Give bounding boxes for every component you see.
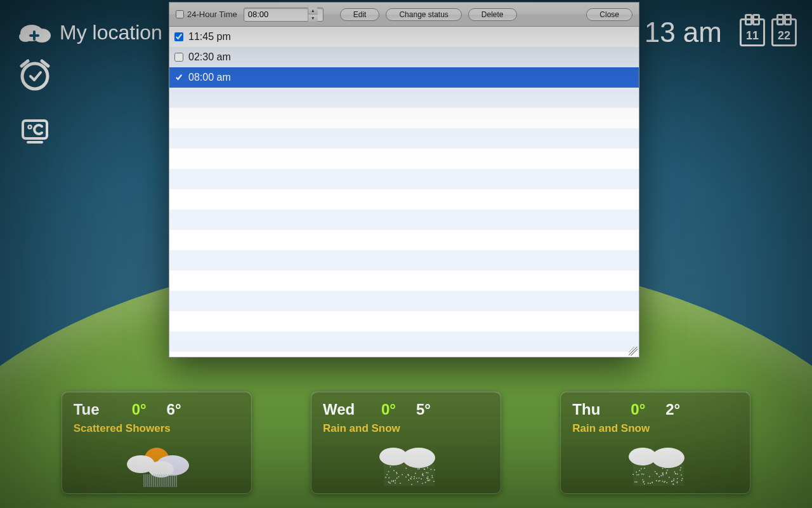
alarm-row[interactable]: 08:00 am xyxy=(169,67,639,88)
forecast-day: Wed xyxy=(323,401,361,418)
forecast-day: Tue xyxy=(74,401,112,418)
alarm-row-empty[interactable] xyxy=(169,88,639,108)
svg-point-135 xyxy=(662,472,664,474)
alarm-row[interactable]: 02:30 am xyxy=(169,47,639,67)
edit-button[interactable]: Edit xyxy=(340,8,380,21)
svg-point-35 xyxy=(396,473,398,474)
24hour-label: 24-Hour Time xyxy=(187,10,237,19)
24hour-checkbox[interactable] xyxy=(176,10,184,18)
svg-rect-7 xyxy=(27,141,43,144)
alarm-enabled-checkbox[interactable] xyxy=(174,73,183,82)
svg-point-124 xyxy=(672,481,673,482)
alarm-row-empty[interactable] xyxy=(169,250,639,271)
svg-point-102 xyxy=(655,471,656,472)
svg-point-106 xyxy=(666,472,667,473)
svg-point-86 xyxy=(386,474,388,475)
forecast-high: 6° xyxy=(167,401,181,418)
svg-point-73 xyxy=(425,482,426,483)
svg-point-154 xyxy=(633,474,634,475)
svg-point-75 xyxy=(428,472,429,474)
svg-point-74 xyxy=(388,478,390,479)
svg-point-153 xyxy=(652,482,653,483)
forecast-card[interactable]: Wed 0° 5° Rain and Snow xyxy=(311,391,501,494)
svg-point-8 xyxy=(28,125,31,128)
stepper-up-icon[interactable]: ▲ xyxy=(308,8,318,15)
svg-point-67 xyxy=(429,479,431,481)
alarm-clock-icon[interactable] xyxy=(18,57,52,91)
alarm-row-empty[interactable] xyxy=(169,189,639,210)
svg-point-104 xyxy=(673,480,674,481)
time-stepper[interactable]: ▲ ▼ xyxy=(308,8,318,22)
alarm-enabled-checkbox[interactable] xyxy=(174,32,183,41)
svg-point-54 xyxy=(427,480,428,481)
stepper-down-icon[interactable]: ▼ xyxy=(308,15,318,22)
alarm-row-empty[interactable] xyxy=(169,331,639,352)
svg-point-62 xyxy=(396,478,398,479)
svg-point-82 xyxy=(398,476,400,478)
alarm-row-empty[interactable] xyxy=(169,311,639,331)
svg-point-125 xyxy=(649,476,650,478)
alarm-row-empty[interactable] xyxy=(169,108,639,128)
svg-point-147 xyxy=(650,483,652,484)
location-title: My location xyxy=(60,21,162,44)
svg-point-107 xyxy=(674,471,676,472)
alarm-row-empty[interactable] xyxy=(169,210,639,230)
svg-point-128 xyxy=(656,480,657,481)
change-status-button[interactable]: Change status xyxy=(386,8,461,21)
alarm-row-empty[interactable] xyxy=(169,149,639,169)
delete-button[interactable]: Delete xyxy=(468,8,517,21)
svg-point-131 xyxy=(681,480,683,481)
svg-point-142 xyxy=(680,469,681,471)
add-location-icon[interactable] xyxy=(18,19,52,46)
svg-point-2 xyxy=(19,32,32,42)
svg-point-130 xyxy=(635,481,636,483)
alarm-row-empty[interactable] xyxy=(169,169,639,189)
svg-point-39 xyxy=(434,469,435,471)
alarm-row-empty[interactable] xyxy=(169,128,639,149)
svg-point-99 xyxy=(669,477,670,478)
svg-point-36 xyxy=(426,478,428,479)
svg-point-55 xyxy=(427,467,428,469)
alarm-row-empty[interactable] xyxy=(169,291,639,311)
svg-point-120 xyxy=(667,469,668,471)
dialog-toolbar: 24-Hour Time ▲ ▼ Edit Change status Dele… xyxy=(169,3,639,27)
svg-point-70 xyxy=(396,472,397,473)
svg-point-84 xyxy=(407,474,409,476)
svg-point-110 xyxy=(643,479,644,481)
celsius-icon[interactable] xyxy=(18,114,52,149)
alarm-list[interactable]: 11:45 pm02:30 am08:00 am xyxy=(169,27,639,357)
svg-point-149 xyxy=(661,475,662,476)
svg-point-51 xyxy=(400,483,401,484)
svg-point-56 xyxy=(389,482,390,483)
alarm-dialog: 24-Hour Time ▲ ▼ Edit Change status Dele… xyxy=(169,2,639,358)
alarm-row-empty[interactable] xyxy=(169,230,639,250)
svg-point-90 xyxy=(428,476,429,478)
calendar-badge-left[interactable]: 11 xyxy=(740,18,765,46)
svg-point-92 xyxy=(430,469,431,470)
forecast-art-icon xyxy=(311,439,501,490)
alarm-row-empty[interactable] xyxy=(169,271,639,291)
svg-point-144 xyxy=(681,474,682,476)
forecast-card[interactable]: Tue 0° 6° Scattered Showers xyxy=(62,391,252,494)
svg-point-133 xyxy=(643,474,645,475)
forecast-head: Thu 0° 2° xyxy=(572,401,738,418)
24hour-toggle[interactable]: 24-Hour Time xyxy=(176,10,237,19)
alarm-row[interactable]: 11:45 pm xyxy=(169,27,639,47)
svg-point-76 xyxy=(417,481,418,483)
alarm-enabled-checkbox[interactable] xyxy=(174,53,183,62)
svg-point-101 xyxy=(660,480,661,481)
resize-grip-icon[interactable] xyxy=(629,347,638,356)
time-field[interactable]: ▲ ▼ xyxy=(244,8,324,22)
close-button[interactable]: Close xyxy=(586,8,632,21)
svg-point-52 xyxy=(428,480,429,481)
forecast-card[interactable]: Thu 0° 2° Rain and Snow xyxy=(560,391,750,494)
time-input[interactable] xyxy=(244,10,308,19)
svg-point-61 xyxy=(419,478,420,479)
forecast-day: Thu xyxy=(572,401,610,418)
svg-point-93 xyxy=(431,477,433,478)
svg-point-42 xyxy=(414,478,415,479)
calendar-badge-right[interactable]: 22 xyxy=(771,18,797,46)
alarm-row-empty[interactable] xyxy=(169,352,639,357)
svg-point-59 xyxy=(431,475,433,476)
svg-point-79 xyxy=(385,477,386,478)
